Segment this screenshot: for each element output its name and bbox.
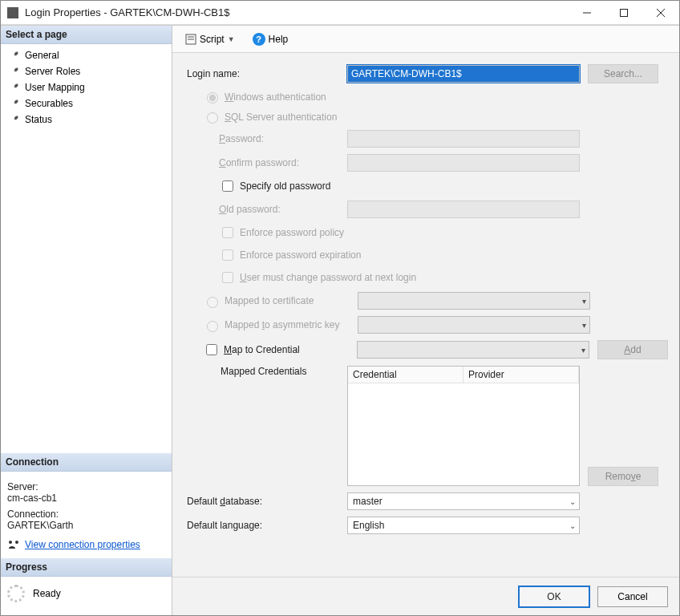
- mapped-cert-dropdown: ▾: [358, 292, 590, 310]
- close-button[interactable]: [642, 1, 679, 25]
- enforce-expiration-label: Enforce password expiration: [240, 249, 361, 261]
- password-input: [347, 130, 580, 148]
- maximize-button[interactable]: [605, 1, 642, 25]
- enforce-expiration-checkbox: [222, 249, 233, 261]
- page-label: Securables: [25, 98, 73, 109]
- wrench-icon: [9, 66, 20, 77]
- script-button[interactable]: Script ▼: [180, 32, 240, 47]
- enforce-policy-label: Enforce password policy: [240, 227, 344, 238]
- login-name-input[interactable]: [347, 65, 580, 83]
- right-panel: Script ▼ ? Help Login name: Search...: [172, 26, 679, 615]
- must-change-checkbox: [222, 272, 233, 283]
- default-db-value: master: [353, 496, 382, 507]
- progress-body: Ready: [1, 577, 172, 615]
- map-credential-label: Map to Credential: [224, 344, 357, 355]
- svg-rect-1: [621, 9, 628, 16]
- wrench-icon: [9, 114, 20, 125]
- page-item-status[interactable]: Status: [1, 111, 172, 128]
- help-label: Help: [269, 34, 289, 45]
- mapped-credentials-label: Mapped Credentials: [187, 366, 347, 377]
- specify-old-password-checkbox[interactable]: [222, 180, 233, 192]
- window-title: Login Properties - GARTEK\CM-DWH-CB1$: [25, 6, 569, 18]
- svg-point-5: [15, 541, 18, 544]
- page-label: General: [25, 50, 59, 61]
- password-label: Password:: [187, 133, 347, 144]
- page-label: Server Roles: [25, 66, 80, 77]
- connection-value: GARTEK\Garth: [7, 520, 165, 531]
- view-connection-properties-link[interactable]: View connection properties: [25, 539, 140, 550]
- login-name-label: Login name:: [187, 68, 347, 79]
- remove-button[interactable]: Remove: [588, 467, 658, 486]
- minimize-button[interactable]: [569, 1, 605, 25]
- default-language-dropdown[interactable]: English⌄: [347, 517, 580, 534]
- confirm-password-label: Confirm password:: [187, 157, 347, 168]
- page-label: Status: [25, 114, 52, 125]
- select-page-header: Select a page: [1, 26, 172, 44]
- server-label: Server:: [7, 481, 165, 492]
- sql-auth-radio: [207, 112, 218, 124]
- mapped-asym-dropdown: ▾: [358, 316, 590, 334]
- left-panel: Select a page General Server Roles User …: [1, 26, 172, 615]
- specify-old-password-label: Specify old password: [240, 180, 330, 192]
- ok-button[interactable]: OK: [519, 586, 589, 607]
- cred-col-provider: Provider: [463, 367, 579, 383]
- script-icon: [185, 34, 196, 45]
- sql-auth-label: SQL Server authentication: [225, 111, 337, 123]
- page-item-server-roles[interactable]: Server Roles: [1, 63, 172, 79]
- progress-status: Ready: [33, 588, 61, 599]
- form-area: Login name: Search... Windows authentica…: [172, 53, 679, 577]
- wrench-icon: [9, 98, 20, 109]
- mapped-credentials-table[interactable]: Credential Provider: [347, 366, 580, 486]
- windows-auth-radio: [207, 92, 218, 103]
- old-password-label: Old password:: [187, 204, 347, 215]
- mapped-asym-label: Mapped to asymmetric key: [225, 319, 358, 330]
- search-button[interactable]: Search...: [588, 64, 658, 83]
- page-item-securables[interactable]: Securables: [1, 95, 172, 111]
- svg-point-4: [9, 541, 12, 544]
- toolbar: Script ▼ ? Help: [172, 26, 679, 53]
- add-button[interactable]: Add: [597, 340, 668, 359]
- cred-col-credential: Credential: [348, 367, 463, 383]
- default-lang-label: Default language:: [187, 520, 347, 531]
- windows-auth-label: Windows authentication: [225, 91, 326, 103]
- mapped-cert-label: Mapped to certificate: [225, 295, 358, 306]
- mapped-cert-radio: [207, 297, 218, 308]
- default-lang-value: English: [353, 520, 384, 531]
- page-item-user-mapping[interactable]: User Mapping: [1, 79, 172, 95]
- must-change-label: User must change password at next login: [240, 272, 416, 283]
- cancel-button[interactable]: Cancel: [597, 586, 668, 607]
- title-bar: Login Properties - GARTEK\CM-DWH-CB1$: [1, 1, 679, 25]
- footer: OK Cancel: [172, 577, 679, 615]
- server-value: cm-cas-cb1: [7, 492, 165, 504]
- default-database-dropdown[interactable]: master⌄: [347, 492, 580, 510]
- old-password-input: [347, 201, 580, 218]
- map-credential-dropdown: ▾: [357, 341, 589, 359]
- mapped-asym-radio: [207, 321, 218, 332]
- connection-label: Connection:: [7, 509, 165, 520]
- confirm-password-input: [347, 154, 580, 172]
- progress-spinner-icon: [7, 585, 25, 602]
- enforce-policy-checkbox: [222, 227, 233, 238]
- progress-header: Progress: [1, 558, 172, 577]
- connection-header: Connection: [1, 453, 172, 472]
- page-label: User Mapping: [25, 82, 85, 93]
- script-label: Script: [200, 34, 225, 45]
- page-list: General Server Roles User Mapping Secura…: [1, 44, 172, 453]
- wrench-icon: [9, 82, 20, 93]
- help-button[interactable]: ? Help: [248, 31, 293, 47]
- map-credential-checkbox[interactable]: [206, 344, 217, 355]
- chevron-down-icon: ▼: [228, 35, 235, 43]
- connection-body: Server: cm-cas-cb1 Connection: GARTEK\Ga…: [1, 472, 172, 558]
- page-item-general[interactable]: General: [1, 47, 172, 63]
- app-icon: [7, 7, 18, 18]
- default-db-label: Default database:: [187, 496, 347, 507]
- help-icon: ?: [253, 33, 265, 46]
- connection-icon: [7, 539, 20, 550]
- wrench-icon: [9, 50, 20, 61]
